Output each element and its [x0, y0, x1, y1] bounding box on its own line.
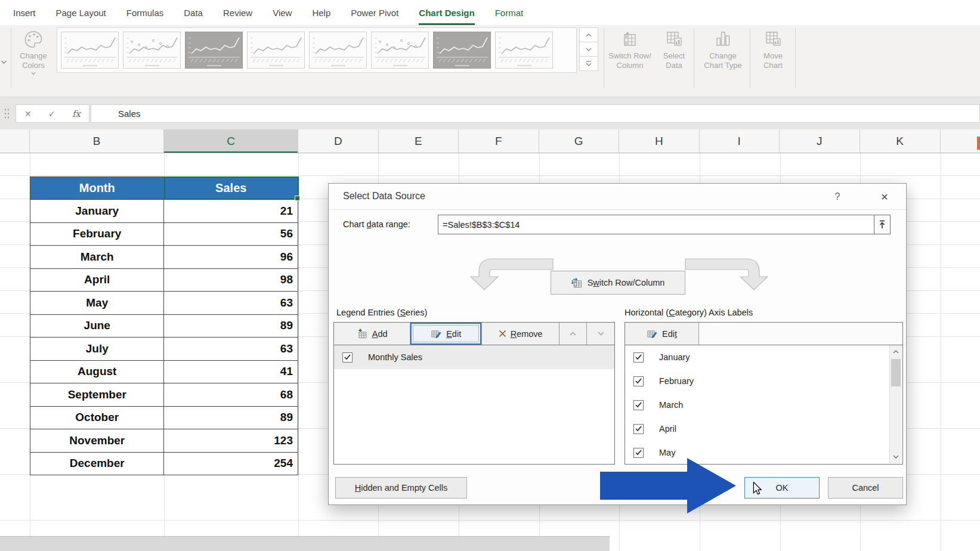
menu-tab-help[interactable]: Help — [312, 0, 330, 25]
menu-tab-review[interactable]: Review — [223, 0, 252, 25]
menu-tab-format[interactable]: Format — [495, 0, 524, 25]
cell-sales[interactable]: 56 — [164, 223, 298, 246]
switch-row-column-button[interactable]: Switch Row/Column — [551, 271, 685, 295]
table-header-sales[interactable]: Sales — [165, 177, 299, 200]
cell-month[interactable]: July — [30, 338, 164, 361]
enter-icon[interactable]: ✓ — [48, 109, 55, 119]
cell-sales[interactable]: 89 — [164, 407, 298, 430]
edit-axis-labels-button[interactable]: Edit — [625, 323, 699, 345]
chart-style-thumbnail-style-6[interactable] — [371, 32, 429, 69]
move-series-up-button[interactable] — [559, 323, 587, 345]
formula-input[interactable]: Sales — [91, 104, 980, 123]
axis-list-scrollbar[interactable] — [889, 345, 902, 463]
column-header-F[interactable]: F — [459, 129, 539, 153]
column-header-K[interactable]: K — [860, 129, 941, 153]
select-data-ribbon-button[interactable]: Select Data — [656, 30, 692, 70]
collapsed-ribbon-chevron-icon[interactable] — [1, 56, 7, 67]
checkbox-checked[interactable] — [633, 400, 644, 410]
table-header-month[interactable]: Month — [30, 177, 165, 200]
cell-sales[interactable]: 63 — [164, 338, 298, 361]
menu-tab-chart-design[interactable]: Chart Design — [419, 0, 474, 25]
column-header-H[interactable]: H — [619, 129, 700, 153]
cell-month[interactable]: January — [30, 200, 164, 223]
chart-style-thumbnail-style-5[interactable] — [309, 32, 367, 69]
dialog-titlebar[interactable]: Select Data Source ? ✕ — [329, 184, 906, 210]
chart-style-thumbnail-style-7[interactable] — [433, 32, 491, 69]
scroll-down-icon[interactable] — [890, 451, 902, 463]
cell-month[interactable]: November — [30, 429, 164, 453]
cell-sales[interactable]: 21 — [164, 200, 298, 223]
gallery-more-button[interactable] — [579, 56, 598, 71]
axis-label-row[interactable]: February — [625, 369, 902, 393]
axis-label-row[interactable]: March — [625, 393, 902, 417]
cell-month[interactable]: June — [30, 315, 164, 338]
column-header-C[interactable]: C — [164, 129, 298, 153]
cell-month[interactable]: October — [30, 407, 164, 430]
chart-style-thumbnail-style-8[interactable] — [495, 32, 553, 69]
gallery-scroll-up-button[interactable] — [579, 27, 598, 42]
column-header-D[interactable]: D — [298, 129, 379, 153]
remove-series-button[interactable]: Remove — [482, 323, 559, 345]
menu-tab-view[interactable]: View — [273, 0, 292, 25]
cell-month[interactable]: April — [30, 269, 164, 292]
checkbox-checked[interactable] — [633, 352, 644, 363]
chart-style-thumbnail-style-3[interactable] — [185, 32, 243, 69]
cell-sales[interactable]: 254 — [164, 453, 298, 476]
column-header-E[interactable]: E — [379, 129, 459, 153]
help-icon[interactable]: ? — [827, 188, 848, 205]
cancel-button[interactable]: Cancel — [828, 477, 903, 499]
move-chart-ribbon-button[interactable]: Move Chart — [752, 30, 794, 70]
cell-month[interactable]: March — [30, 246, 164, 269]
cell-sales[interactable]: 123 — [164, 429, 298, 453]
axis-label-row[interactable]: January — [625, 345, 902, 369]
legend-series-row[interactable]: Monthly Sales — [334, 345, 614, 369]
chart-style-thumbnail-style-2[interactable] — [123, 32, 181, 69]
column-header-I[interactable]: I — [700, 129, 780, 153]
column-header-J[interactable]: J — [780, 129, 860, 153]
table-row: March96 — [30, 246, 298, 269]
move-series-down-button[interactable] — [587, 323, 614, 345]
table-row: February56 — [30, 223, 298, 246]
scrollbar-thumb[interactable] — [891, 359, 901, 386]
cell-sales[interactable]: 63 — [164, 292, 298, 315]
checkbox-checked[interactable] — [633, 424, 644, 434]
change-chart-type-ribbon-button[interactable]: Change Chart Type — [697, 30, 749, 70]
menu-tab-formulas[interactable]: Formulas — [126, 0, 164, 25]
add-series-button[interactable]: Add — [334, 323, 410, 345]
cell-month[interactable]: February — [30, 223, 164, 246]
axis-label-row[interactable]: April — [625, 417, 902, 441]
cell-month[interactable]: May — [30, 292, 164, 315]
cell-sales[interactable]: 68 — [164, 383, 298, 407]
hidden-and-empty-cells-button[interactable]: Hidden and Empty Cells — [335, 477, 467, 499]
menu-tab-data[interactable]: Data — [184, 0, 203, 25]
cancel-icon[interactable]: ✕ — [24, 109, 32, 119]
cell-sales[interactable]: 96 — [164, 246, 298, 269]
scroll-up-icon[interactable] — [890, 346, 902, 358]
column-header-A-partial[interactable] — [0, 129, 30, 153]
gallery-scroll-down-button[interactable] — [579, 42, 598, 57]
cell-month[interactable]: September — [30, 383, 164, 407]
edit-series-button[interactable]: Edit — [410, 323, 481, 345]
checkbox-checked[interactable] — [342, 352, 353, 363]
collapse-dialog-button[interactable] — [874, 215, 891, 234]
menu-tab-insert[interactable]: Insert — [13, 0, 36, 25]
change-colors-button[interactable]: Change Colors — [14, 29, 52, 91]
sales-data-table: MonthSalesJanuary21February56March96Apri… — [30, 177, 298, 476]
chart-style-thumbnail-style-1[interactable] — [61, 32, 119, 69]
menu-tab-page-layout[interactable]: Page Layout — [56, 0, 106, 25]
column-header-G[interactable]: G — [539, 129, 620, 153]
insert-function-icon[interactable]: fx — [72, 109, 81, 119]
cell-month[interactable]: December — [30, 453, 164, 476]
close-icon[interactable]: ✕ — [870, 187, 899, 207]
column-header-B[interactable]: B — [30, 129, 164, 153]
cell-sales[interactable]: 89 — [164, 315, 298, 338]
checkbox-checked[interactable] — [633, 376, 644, 386]
cell-sales[interactable]: 98 — [164, 269, 298, 292]
menu-tab-power-pivot[interactable]: Power Pivot — [351, 0, 398, 25]
cell-sales[interactable]: 41 — [164, 361, 298, 384]
cell-month[interactable]: August — [30, 361, 164, 384]
chart-data-range-input[interactable]: =Sales!$B$3:$C$14 — [438, 215, 874, 234]
chart-style-thumbnail-style-4[interactable] — [247, 32, 305, 69]
checkbox-checked[interactable] — [633, 448, 644, 458]
switch-row-column-ribbon-button[interactable]: Switch Row/ Column — [605, 30, 655, 70]
